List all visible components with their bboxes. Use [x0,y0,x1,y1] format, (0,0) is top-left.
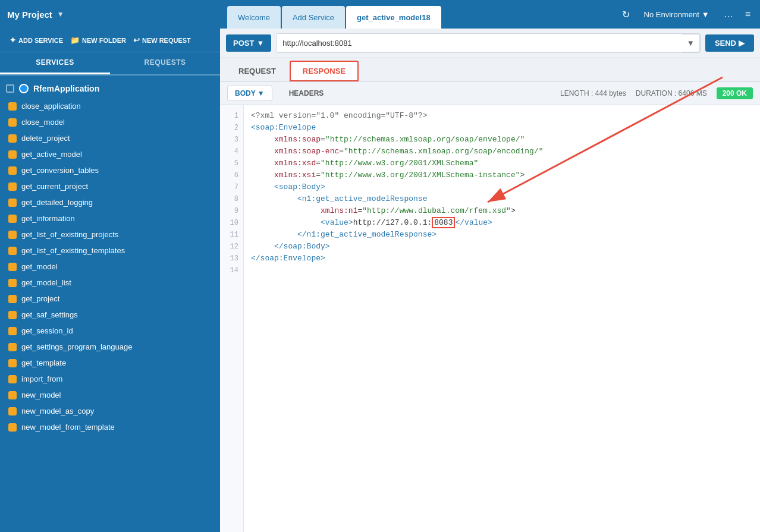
sidebar-item-delete_project[interactable]: delete_project [0,130,220,146]
sidebar-item-get_list_of_existing_projects[interactable]: get_list_of_existing_projects [0,226,220,243]
new-request-icon: ↩ [133,36,140,45]
sidebar-tab-requests[interactable]: REQUESTS [110,52,220,74]
sidebar-item-close_model[interactable]: close_model [0,114,220,130]
headers-tab[interactable]: HEADERS [282,86,331,100]
sidebar-item-label: get_list_of_existing_templates [21,246,125,255]
refresh-icon[interactable]: ↻ [620,7,632,23]
service-icon [8,391,17,399]
sidebar-item-get_detailed_logging[interactable]: get_detailed_logging [0,194,220,210]
sidebar-item-label: close_application [21,102,81,111]
sidebar-item-get_session_id[interactable]: get_session_id [0,323,220,339]
main-layout: ✦ ADD SERVICE 📁 NEW FOLDER ↩ NEW REQUEST… [0,29,760,532]
url-input[interactable] [277,34,682,52]
service-icon [8,327,17,335]
duration-label: DURATION : 6406 MS [636,89,707,97]
line-number: 1 [220,110,243,122]
code-content[interactable]: <?xml version="1.0" encoding="UTF-8"?><s… [244,105,760,532]
sidebar-item-get_project[interactable]: get_project [0,291,220,307]
tab-add-service[interactable]: Add Service [282,6,345,29]
sidebar-tabs: SERVICES REQUESTS [0,52,220,75]
code-line: <soap:Body> [251,181,753,193]
env-arrow: ▼ [702,10,709,19]
project-name-label: My Project [7,10,52,20]
length-label: LENGTH : 444 bytes [560,89,626,97]
sidebar-tab-services[interactable]: SERVICES [0,52,110,74]
sidebar-item-import_from[interactable]: import_from [0,371,220,387]
sidebar-item-close_application[interactable]: close_application [0,98,220,114]
sidebar-item-get_list_of_existing_templates[interactable]: get_list_of_existing_templates [0,243,220,259]
sidebar-item-get_active_model[interactable]: get_active_model [0,146,220,162]
sidebar-item-get_saf_settings[interactable]: get_saf_settings [0,307,220,323]
line-number: 6 [220,169,243,181]
tab-get-active-model[interactable]: get_active_model18 [346,6,441,29]
content-area: POST ▼ ▼ SEND ▶ REQUEST RESPONSE [220,29,760,532]
tabs-area: Welcome Add Service get_active_model18 [227,0,620,29]
service-icon [8,295,17,303]
service-icon [8,134,17,143]
line-number: 5 [220,158,243,169]
code-line: xmlns:xsi="http://www.w3.org/2001/XMLSch… [251,169,753,181]
new-folder-icon: 📁 [70,36,80,45]
service-icon [8,231,17,239]
sidebar-item-app[interactable]: RfemApplication [0,79,220,98]
sidebar-item-label: get_conversion_tables [21,166,99,175]
new-request-button[interactable]: ↩ NEW REQUEST [130,33,194,47]
response-sub-bar: BODY ▼ HEADERS LENGTH : 444 bytes DURATI… [220,82,760,105]
menu-icon[interactable]: ≡ [743,7,753,22]
sidebar-item-label: new_model_from_template [21,423,115,432]
sidebar-item-label: new_model_as_copy [21,407,94,415]
code-line: xmlns:soap-enc="http://schemas.xmlsoap.o… [251,146,753,158]
sidebar-item-get_current_project[interactable]: get_current_project [0,178,220,194]
sidebar-item-get_settings_program_language[interactable]: get_settings_program_language [0,339,220,355]
top-bar: My Project ▼ Welcome Add Service get_act… [0,0,760,29]
service-icon [8,375,17,383]
sidebar-item-label: get_settings_program_language [21,342,132,351]
code-line: <value>http://127.0.0.1:8083</value> [251,217,753,229]
response-button[interactable]: RESPONSE [290,61,359,81]
sidebar-item-label: get_list_of_existing_projects [21,230,118,239]
tab-welcome[interactable]: Welcome [227,6,281,29]
project-dropdown-arrow[interactable]: ▼ [57,10,64,18]
line-number: 11 [220,229,243,241]
body-tab[interactable]: BODY ▼ [227,86,272,101]
sidebar-item-get_model[interactable]: get_model [0,259,220,275]
sidebar-items-container: close_applicationclose_modeldelete_proje… [0,98,220,435]
request-button[interactable]: REQUEST [226,61,288,81]
code-line: <?xml version="1.0" encoding="UTF-8"?> [251,110,753,122]
service-icon [8,166,17,175]
add-service-button[interactable]: ✦ ADD SERVICE [6,33,67,47]
line-number: 14 [220,265,243,276]
method-button[interactable]: POST ▼ [226,34,271,52]
sidebar-actions: ✦ ADD SERVICE 📁 NEW FOLDER ↩ NEW REQUEST [0,29,220,52]
code-line: xmlns:soap="http://schemas.xmlsoap.org/s… [251,134,753,146]
sidebar-item-get_model_list[interactable]: get_model_list [0,275,220,291]
service-icon [8,279,17,287]
sidebar: ✦ ADD SERVICE 📁 NEW FOLDER ↩ NEW REQUEST… [0,29,220,532]
sidebar-item-get_template[interactable]: get_template [0,355,220,371]
app-status-icon [19,84,29,93]
url-bar: POST ▼ ▼ SEND ▶ [220,29,760,58]
sidebar-item-get_information[interactable]: get_information [0,210,220,226]
service-icon [8,215,17,223]
code-line: xmlns:xsd="http://www.w3.org/2001/XMLSch… [251,158,753,169]
line-number: 9 [220,205,243,217]
sidebar-item-new_model_as_copy[interactable]: new_model_as_copy [0,403,220,419]
sidebar-item-label: close_model [21,118,65,127]
environment-selector[interactable]: No Environment ▼ [639,8,714,21]
sidebar-item-new_model_from_template[interactable]: new_model_from_template [0,419,220,435]
url-dropdown-button[interactable]: ▼ [682,34,700,52]
code-line: xmlns:n1="http://www.dlubal.com/rfem.xsd… [251,205,753,217]
app-name-label: RfemApplication [33,84,99,93]
new-folder-button[interactable]: 📁 NEW FOLDER [67,33,130,47]
chat-icon[interactable]: … [721,7,736,22]
project-title[interactable]: My Project ▼ [7,10,227,20]
send-button[interactable]: SEND ▶ [705,34,754,52]
sidebar-item-label: new_model [21,391,61,399]
sidebar-item-get_conversion_tables[interactable]: get_conversion_tables [0,162,220,178]
sidebar-item-new_model[interactable]: new_model [0,387,220,403]
sidebar-item-label: delete_project [21,134,70,143]
line-number: 2 [220,122,243,134]
code-line: </soap:Envelope> [251,253,753,265]
add-service-icon: ✦ [10,36,16,45]
service-icon [8,423,17,432]
